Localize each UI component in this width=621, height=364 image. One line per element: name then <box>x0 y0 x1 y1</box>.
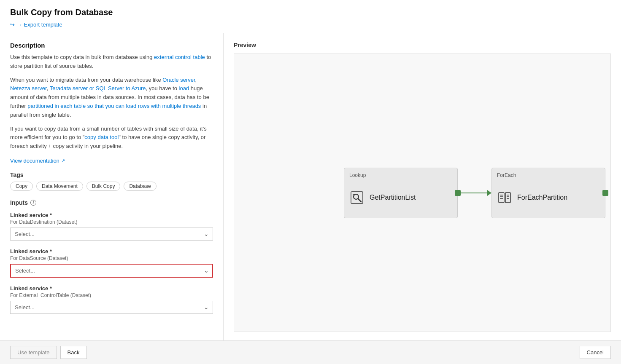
tag-data-movement: Data Movement <box>36 182 83 191</box>
foreach-node-name: ForEachPartition <box>517 194 567 201</box>
external-icon: ↗ <box>61 158 65 163</box>
tags-section: Tags Copy Data Movement Bulk Copy Databa… <box>10 171 213 191</box>
external-link[interactable]: external control table <box>154 54 205 60</box>
foreach-icon <box>497 190 512 205</box>
tag-database: Database <box>124 182 156 191</box>
inputs-info-icon[interactable]: i <box>30 200 36 206</box>
linked-service-group-3: Linked service * For External_ControlTab… <box>10 285 213 314</box>
lookup-node-body: GetPartitionList <box>349 182 452 214</box>
teradata-link[interactable]: Teradata server or SQL Server to Azure <box>50 85 146 91</box>
preview-label: Preview <box>234 42 611 48</box>
back-button[interactable]: Back <box>60 346 87 359</box>
linked-service-label-2: Linked service * <box>10 248 213 254</box>
preview-canvas: Lookup GetPartitionList <box>234 54 611 332</box>
description-paragraph2: When you want to migrate data from your … <box>10 76 213 120</box>
footer-left: Use template Back <box>10 346 87 359</box>
load-link[interactable]: load <box>179 85 189 91</box>
description-title: Description <box>10 42 213 49</box>
arrow-connector <box>458 190 491 196</box>
linked-service-group-1: Linked service * For DataDestination (Da… <box>10 212 213 241</box>
lookup-node: Lookup GetPartitionList <box>344 168 458 218</box>
linked-service-sublabel-1: For DataDestination (Dataset) <box>10 219 213 225</box>
partitioned-link[interactable]: partitioned in each table so that you ca… <box>27 103 201 109</box>
linked-service-label-1: Linked service * <box>10 212 213 218</box>
page-title: Bulk Copy from Database <box>10 8 611 17</box>
svg-rect-6 <box>505 193 510 203</box>
oracle-link[interactable]: Oracle server <box>162 77 195 83</box>
linked-service-label-3: Linked service * <box>10 285 213 292</box>
tag-copy: Copy <box>10 182 33 191</box>
right-panel: Preview Lookup <box>224 33 621 340</box>
linked-service-select-2[interactable]: Select... <box>10 264 213 278</box>
linked-service-select-1[interactable]: Select... <box>10 228 213 241</box>
linked-service-sublabel-3: For External_ControlTable (Dataset) <box>10 292 213 298</box>
pipeline-diagram: Lookup GetPartitionList <box>344 168 605 218</box>
left-panel: Description Use this template to copy da… <box>0 33 224 340</box>
view-documentation-link[interactable]: View documentation ↗ <box>10 158 65 164</box>
linked-service-sublabel-2: For DataSource (Dataset) <box>10 255 213 261</box>
foreach-node-header: ForEach <box>497 172 600 178</box>
svg-rect-5 <box>499 193 504 203</box>
tag-bulk-copy: Bulk Copy <box>86 182 121 191</box>
tags-label: Tags <box>10 171 213 178</box>
description-paragraph1: Use this template to copy data in bulk f… <box>10 53 213 71</box>
lookup-node-name: GetPartitionList <box>370 194 416 201</box>
inputs-title: Inputs i <box>10 199 213 206</box>
copy-data-tool-link[interactable]: copy data tool <box>84 134 119 140</box>
page-header: Bulk Copy from Database ↪ → Export templ… <box>0 0 621 33</box>
netezza-link[interactable]: Netezza server <box>10 85 47 91</box>
description-paragraph3: If you want to copy data from a small nu… <box>10 125 213 151</box>
inputs-section: Inputs i Linked service * For DataDestin… <box>10 199 213 314</box>
linked-service-select-wrapper-1: Select... <box>10 228 213 241</box>
foreach-node: ForEach <box>491 168 605 218</box>
export-arrow-icon: ↪ <box>10 21 15 28</box>
linked-service-select-3[interactable]: Select... <box>10 301 213 314</box>
arrow-line <box>458 193 487 193</box>
main-content: Description Use this template to copy da… <box>0 33 621 340</box>
linked-service-select-wrapper-2: Select... <box>10 264 213 278</box>
cancel-button[interactable]: Cancel <box>580 346 611 359</box>
linked-service-group-2: Linked service * For DataSource (Dataset… <box>10 248 213 278</box>
lookup-icon <box>349 190 364 205</box>
tags-list: Copy Data Movement Bulk Copy Database <box>10 182 213 191</box>
svg-line-2 <box>358 199 361 202</box>
export-template-link[interactable]: ↪ → Export template <box>10 21 62 28</box>
use-template-button[interactable]: Use template <box>10 346 57 359</box>
linked-service-select-wrapper-3: Select... <box>10 301 213 314</box>
footer: Use template Back Cancel <box>0 340 621 364</box>
lookup-node-header: Lookup <box>349 172 452 178</box>
foreach-connector-right <box>602 190 608 196</box>
arrow-head <box>487 190 491 196</box>
foreach-node-body: ForEachPartition <box>497 182 600 214</box>
